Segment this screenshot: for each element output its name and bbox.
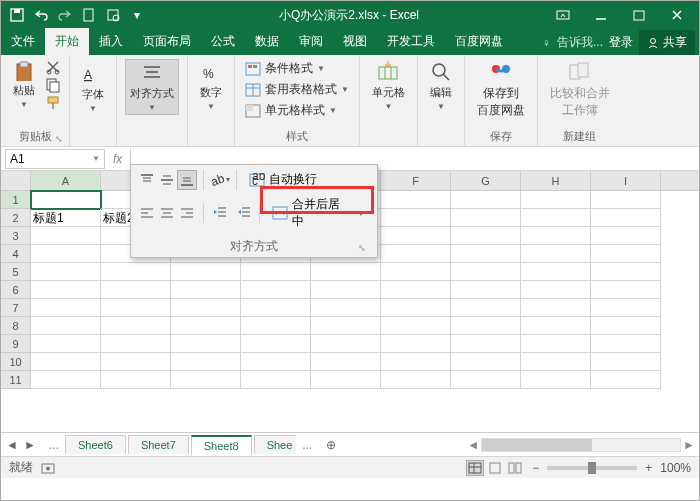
cell[interactable] (451, 281, 521, 299)
qat-customize-icon[interactable]: ▾ (129, 7, 145, 23)
cell[interactable] (591, 227, 661, 245)
cell[interactable] (171, 371, 241, 389)
copy-icon[interactable] (45, 77, 61, 93)
cell[interactable] (101, 353, 171, 371)
col-header[interactable]: A (31, 171, 101, 190)
align-center-icon[interactable] (157, 203, 177, 223)
row-header[interactable]: 9 (1, 335, 31, 353)
cell[interactable] (241, 299, 311, 317)
row-header[interactable]: 2 (1, 209, 31, 227)
redo-icon[interactable] (57, 7, 73, 23)
cell[interactable] (591, 353, 661, 371)
page-break-view-icon[interactable] (506, 460, 524, 476)
cell[interactable] (311, 335, 381, 353)
cell[interactable]: 标题1 (31, 209, 101, 227)
ribbon-display-icon[interactable] (545, 3, 581, 27)
cell[interactable] (241, 371, 311, 389)
cell[interactable] (31, 317, 101, 335)
cell[interactable] (591, 371, 661, 389)
row-header[interactable]: 7 (1, 299, 31, 317)
cell[interactable] (31, 227, 101, 245)
format-as-table-button[interactable]: 套用表格格式 ▼ (243, 80, 351, 99)
sheet-nav-prev-icon[interactable]: ◄ (5, 438, 19, 452)
alignment-button[interactable]: 对齐方式 ▼ (125, 59, 179, 115)
font-button[interactable]: A 字体 ▼ (78, 59, 108, 115)
cell[interactable] (521, 263, 591, 281)
cell[interactable] (101, 317, 171, 335)
merge-center-button[interactable]: 合并后居中 ▼ (266, 194, 371, 232)
minimize-button[interactable] (583, 3, 619, 27)
cell[interactable] (451, 263, 521, 281)
cell[interactable] (521, 317, 591, 335)
cell[interactable] (381, 299, 451, 317)
tab-baidu[interactable]: 百度网盘 (445, 28, 513, 55)
tab-review[interactable]: 审阅 (289, 28, 333, 55)
cell[interactable] (31, 371, 101, 389)
cell[interactable] (101, 335, 171, 353)
tab-developer[interactable]: 开发工具 (377, 28, 445, 55)
orientation-icon[interactable]: ab▾ (210, 170, 230, 190)
share-button[interactable]: 共享 (639, 30, 695, 55)
cell[interactable] (381, 245, 451, 263)
cell[interactable] (381, 317, 451, 335)
cell[interactable] (451, 209, 521, 227)
col-header[interactable]: F (381, 171, 451, 190)
cell[interactable] (521, 371, 591, 389)
tab-page-layout[interactable]: 页面布局 (133, 28, 201, 55)
cell[interactable] (171, 281, 241, 299)
row-header[interactable]: 6 (1, 281, 31, 299)
cell[interactable] (381, 227, 451, 245)
align-middle-icon[interactable] (157, 170, 177, 190)
zoom-in-icon[interactable]: + (645, 461, 652, 475)
cell[interactable] (381, 353, 451, 371)
select-all-corner[interactable] (1, 171, 31, 190)
cell[interactable] (171, 299, 241, 317)
cell[interactable] (311, 281, 381, 299)
tab-home[interactable]: 开始 (45, 28, 89, 55)
chevron-down-icon[interactable]: ▼ (92, 154, 100, 163)
cell[interactable] (31, 191, 101, 209)
cell[interactable] (591, 281, 661, 299)
cell[interactable] (591, 245, 661, 263)
horizontal-scrollbar[interactable]: ◄ ► (467, 438, 695, 452)
cell[interactable] (311, 299, 381, 317)
zoom-level[interactable]: 100% (660, 461, 691, 475)
increase-indent-icon[interactable] (234, 203, 254, 223)
cell[interactable] (591, 209, 661, 227)
cell[interactable] (451, 317, 521, 335)
save-icon[interactable] (9, 7, 25, 23)
sheet-nav-next-icon[interactable]: ► (23, 438, 37, 452)
cell[interactable] (451, 191, 521, 209)
add-sheet-button[interactable]: ⊕ (318, 436, 344, 454)
undo-icon[interactable] (33, 7, 49, 23)
paste-button[interactable]: 粘贴 ▼ (9, 59, 39, 111)
cell[interactable] (241, 317, 311, 335)
clipboard-launcher-icon[interactable]: ⤡ (55, 134, 65, 144)
col-header[interactable]: H (521, 171, 591, 190)
sign-in[interactable]: 登录 (609, 34, 633, 51)
cell[interactable] (171, 263, 241, 281)
cell-styles-button[interactable]: 单元格样式 ▼ (243, 101, 351, 120)
row-header[interactable]: 11 (1, 371, 31, 389)
zoom-thumb[interactable] (588, 462, 596, 474)
tab-view[interactable]: 视图 (333, 28, 377, 55)
number-button[interactable]: % 数字 ▼ (196, 59, 226, 113)
row-header[interactable]: 4 (1, 245, 31, 263)
cell[interactable] (311, 353, 381, 371)
sheet-ellipsis-left[interactable]: ... (45, 438, 63, 452)
cell[interactable] (521, 299, 591, 317)
tab-formulas[interactable]: 公式 (201, 28, 245, 55)
scroll-right-icon[interactable]: ► (683, 438, 695, 452)
cell[interactable] (451, 335, 521, 353)
row-header[interactable]: 8 (1, 317, 31, 335)
wrap-text-button[interactable]: abc 自动换行 (243, 169, 323, 190)
cell[interactable] (101, 299, 171, 317)
cell[interactable] (101, 263, 171, 281)
cell[interactable] (241, 353, 311, 371)
cell[interactable] (591, 191, 661, 209)
cell[interactable] (241, 335, 311, 353)
name-box[interactable]: A1 ▼ (5, 149, 105, 169)
cell[interactable] (381, 191, 451, 209)
cell[interactable] (171, 335, 241, 353)
cell[interactable] (171, 317, 241, 335)
